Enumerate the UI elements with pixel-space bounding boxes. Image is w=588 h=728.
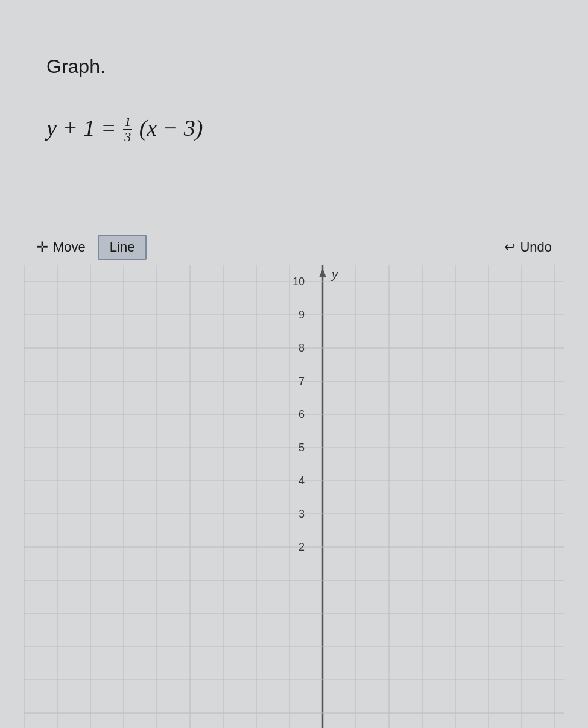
line-button[interactable]: Line <box>98 235 147 260</box>
svg-text:7: 7 <box>299 375 305 387</box>
svg-text:4: 4 <box>299 475 305 487</box>
line-label: Line <box>110 239 135 255</box>
svg-text:3: 3 <box>299 508 305 520</box>
toolbar: ✛ Move Line ↩ Undo <box>24 229 564 265</box>
graph-area[interactable]: y 10 9 8 7 6 5 4 3 2 <box>24 265 564 728</box>
svg-text:2: 2 <box>299 541 305 553</box>
svg-rect-0 <box>24 265 564 728</box>
svg-text:y: y <box>330 268 338 281</box>
equation-left: y + 1 = <box>46 115 122 141</box>
svg-text:6: 6 <box>299 408 305 420</box>
equation-right: (x − 3) <box>139 115 203 141</box>
svg-text:10: 10 <box>292 276 305 288</box>
svg-text:8: 8 <box>299 342 305 354</box>
move-button[interactable]: ✛ Move <box>36 239 86 256</box>
fraction-numerator: 1 <box>123 115 132 130</box>
instruction-label: Graph. <box>46 55 106 78</box>
undo-icon: ↩ <box>504 239 515 255</box>
undo-label: Undo <box>520 239 552 255</box>
page: Graph. y + 1 = 1 3 (x − 3) ✛ Move Line ↩… <box>0 0 588 728</box>
graph-svg[interactable]: y 10 9 8 7 6 5 4 3 2 <box>24 265 564 728</box>
fraction-denominator: 3 <box>123 130 132 144</box>
equation-fraction: 1 3 <box>123 115 132 144</box>
move-icon: ✛ <box>36 239 48 256</box>
move-label: Move <box>53 239 86 255</box>
undo-button[interactable]: ↩ Undo <box>504 239 552 255</box>
svg-text:5: 5 <box>299 442 305 454</box>
equation-display: y + 1 = 1 3 (x − 3) <box>46 115 203 145</box>
svg-text:9: 9 <box>299 309 305 321</box>
